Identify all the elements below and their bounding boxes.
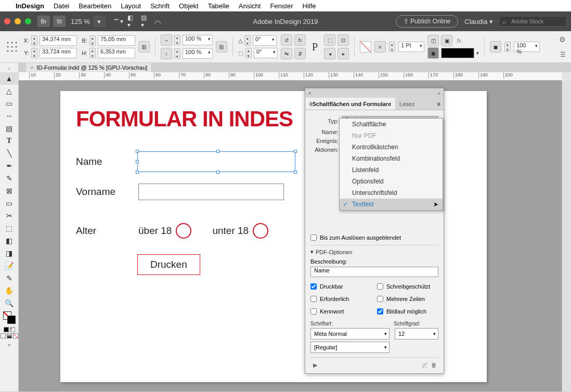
selection-tool-icon[interactable]: ▲ — [0, 72, 18, 85]
rectangle-tool-icon[interactable]: ▭ — [0, 197, 18, 210]
menu-hilfe[interactable]: Hilfe — [303, 2, 316, 10]
vorname-field[interactable] — [138, 184, 284, 200]
panel-menu-icon[interactable]: ☰ — [560, 51, 566, 58]
publish-online-button[interactable]: ⇪ Publish Online — [396, 15, 459, 28]
select-container-icon[interactable]: ⬚ — [324, 34, 335, 46]
horizontal-ruler[interactable]: 1020304050607080901001101201301401501601… — [19, 72, 562, 81]
width-input[interactable]: 75,05 mm — [98, 35, 135, 46]
select-prev-icon[interactable]: ◂ — [324, 48, 335, 59]
description-input[interactable]: Name — [310, 267, 438, 277]
opacity-input[interactable]: 100 % — [514, 42, 540, 52]
trash-icon[interactable]: 🗑 — [429, 361, 438, 369]
pen-tool-icon[interactable]: ✒ — [0, 160, 18, 172]
stroke-style-icon[interactable]: ≡ — [374, 41, 386, 53]
panel-menu-icon[interactable]: ≡ — [434, 101, 444, 107]
content-collector-tool-icon[interactable]: ▤ — [0, 122, 18, 135]
vertical-scrollbar[interactable] — [562, 81, 571, 391]
tab-buttons-forms[interactable]: ◊ Schaltflächen und Formulare — [305, 98, 395, 110]
menu-fenster[interactable]: Fenster — [270, 2, 293, 10]
free-transform-tool-icon[interactable]: ⬚ — [0, 222, 18, 234]
select-next-icon[interactable]: ▸ — [338, 48, 349, 59]
tab-bookmarks[interactable]: Lesez — [395, 98, 419, 110]
screen-mode-toggle[interactable]: ▫ — [0, 338, 18, 351]
shear-input[interactable]: 0° — [254, 48, 278, 58]
gap-tool-icon[interactable]: ↔ — [0, 110, 18, 122]
canvas[interactable]: FORMULAR IN INDES Name Vorname — [19, 81, 562, 391]
reference-point-icon[interactable] — [5, 37, 19, 56]
x-spinner[interactable] — [31, 35, 37, 46]
ueber18-radio[interactable] — [176, 223, 191, 239]
menu-datei[interactable]: Datei — [54, 2, 69, 10]
eyedropper-tool-icon[interactable]: ✎ — [0, 272, 18, 284]
fit-frame-icon[interactable]: ◫ — [427, 35, 439, 46]
close-window-icon[interactable] — [4, 18, 10, 24]
constrain-proportions-button[interactable]: ⛓ — [138, 41, 150, 53]
fit-content-icon[interactable]: ▣ — [441, 35, 452, 46]
drucken-button[interactable]: Drucken — [137, 254, 200, 275]
zoom-tool-icon[interactable]: 🔍 — [0, 297, 18, 309]
font-style-select[interactable]: [Regular] — [310, 342, 390, 353]
apply-color-icons[interactable] — [0, 333, 18, 338]
menu-bearbeiten[interactable]: Bearbeiten — [79, 2, 111, 10]
width-spinner[interactable] — [89, 35, 96, 46]
flip-v-icon[interactable]: ⇵ — [294, 48, 306, 59]
fill-opacity-icon[interactable]: ◼ — [427, 47, 439, 59]
gradient-swatch-tool-icon[interactable]: ◧ — [0, 234, 18, 247]
line-tool-icon[interactable]: ╲ — [0, 147, 18, 160]
stock-button[interactable]: St — [53, 16, 66, 27]
rotate-ccw-icon[interactable]: ↺ — [281, 34, 292, 46]
user-menu[interactable]: Claudia ▾ — [464, 18, 493, 25]
dropdown-item[interactable]: Textfeld — [340, 199, 443, 210]
y-spinner[interactable] — [31, 48, 37, 58]
scissors-tool-icon[interactable]: ✂ — [0, 210, 18, 222]
screen-mode-icon[interactable]: ◧ ▾ — [127, 17, 137, 26]
rotate-cw-icon[interactable]: ↻ — [294, 34, 306, 46]
scale-x-input[interactable]: 100 % — [183, 35, 213, 45]
rectangle-frame-tool-icon[interactable]: ⊠ — [0, 185, 18, 197]
note-tool-icon[interactable]: 📝 — [0, 259, 18, 272]
required-checkbox[interactable] — [310, 296, 317, 302]
menu-layout[interactable]: Layout — [121, 2, 141, 10]
scale-y-input[interactable]: 100 % — [183, 48, 213, 59]
hand-tool-icon[interactable]: ✋ — [0, 284, 18, 297]
flip-h-icon[interactable]: ⇋ — [281, 48, 292, 59]
page-tool-icon[interactable]: ▭ — [0, 97, 18, 110]
password-checkbox[interactable] — [310, 308, 317, 315]
view-options-icon[interactable]: ▾ — [114, 17, 123, 26]
zoom-dropdown-icon[interactable]: ▾ — [93, 16, 106, 27]
bridge-button[interactable]: Br — [37, 16, 50, 27]
height-spinner[interactable] — [89, 48, 96, 58]
scrollable-checkbox[interactable] — [377, 308, 383, 315]
stroke-weight-input[interactable]: 1 Pt — [398, 42, 424, 52]
menu-app[interactable]: InDesign — [16, 2, 44, 10]
x-input[interactable]: 34,374 mm — [40, 35, 77, 46]
dropdown-item[interactable]: Listenfeld — [340, 164, 443, 176]
collapse-tools-icon[interactable]: » — [0, 65, 18, 72]
menu-objekt[interactable]: Objekt — [179, 2, 199, 10]
menu-ansicht[interactable]: Ansicht — [239, 2, 261, 10]
drop-shadow-icon[interactable]: ◼ — [490, 41, 501, 53]
direct-selection-tool-icon[interactable]: △ — [0, 85, 18, 97]
color-swatch[interactable] — [441, 48, 474, 58]
pdf-options-toggle[interactable]: ▾ PDF-Optionen — [310, 249, 438, 255]
pencil-tool-icon[interactable]: ✎ — [0, 172, 18, 185]
maximize-window-icon[interactable] — [25, 18, 31, 24]
font-size-select[interactable]: 12 — [395, 328, 438, 339]
dropdown-item[interactable]: Schaltfläche — [340, 119, 443, 130]
multiline-checkbox[interactable] — [377, 296, 383, 302]
gradient-feather-tool-icon[interactable]: ◨ — [0, 247, 18, 259]
close-tab-icon[interactable]: × — [30, 64, 33, 71]
fill-swatch-none[interactable] — [360, 41, 371, 53]
type-tool-icon[interactable]: T — [0, 135, 18, 147]
name-field-selected[interactable] — [138, 154, 294, 169]
minimize-window-icon[interactable] — [15, 18, 21, 24]
zoom-level[interactable]: 125 % ▾ — [71, 16, 106, 27]
color-mode-toggle[interactable]: T — [0, 327, 18, 332]
printable-checkbox[interactable] — [310, 283, 317, 290]
dropdown-item[interactable]: Kombinationsfeld — [340, 153, 443, 164]
settings-gear-icon[interactable]: ⚙ — [559, 35, 566, 44]
menu-tabelle[interactable]: Tabelle — [208, 2, 229, 10]
dropdown-item[interactable]: Optionsfeld — [340, 176, 443, 187]
convert-to-object-icon[interactable]: ⬚̸ — [420, 361, 429, 369]
menu-schrift[interactable]: Schrift — [150, 2, 170, 10]
